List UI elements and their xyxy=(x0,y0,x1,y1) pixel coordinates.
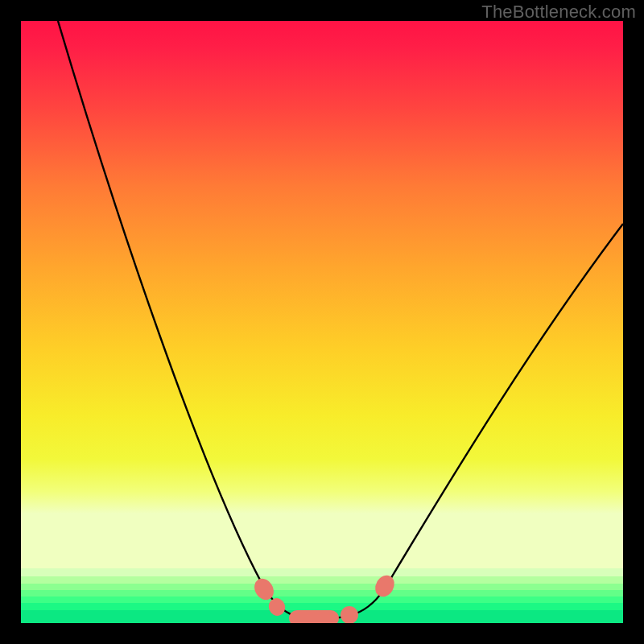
bottleneck-curve xyxy=(58,21,623,618)
svg-point-3 xyxy=(341,606,358,623)
svg-point-1 xyxy=(266,596,287,618)
curve-layer xyxy=(21,21,623,623)
svg-rect-2 xyxy=(289,610,339,623)
svg-point-4 xyxy=(371,572,398,600)
curve-markers xyxy=(250,572,398,623)
watermark-text: TheBottleneck.com xyxy=(481,2,636,23)
plot-area xyxy=(21,21,623,623)
chart-frame: TheBottleneck.com xyxy=(0,0,644,644)
